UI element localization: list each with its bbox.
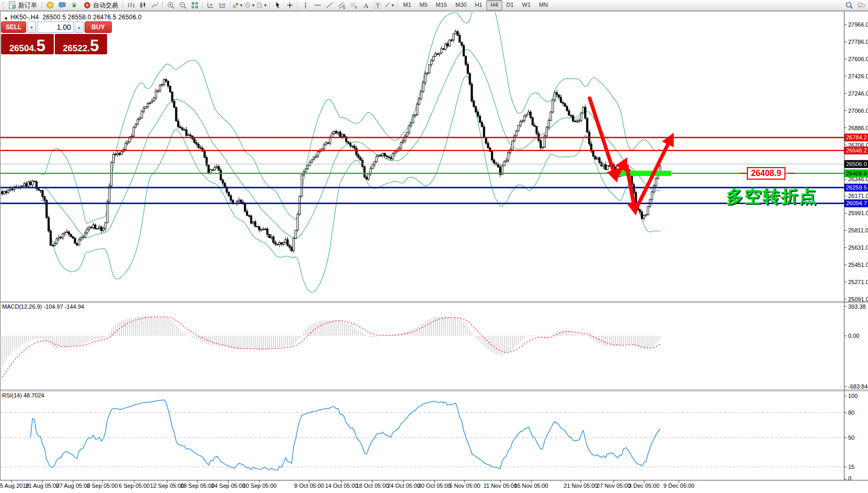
svg-text:27606.0: 27606.0 xyxy=(848,56,868,62)
volume-decrease-button[interactable]: ▼ xyxy=(27,21,36,33)
svg-text:27246.0: 27246.0 xyxy=(848,90,868,97)
svg-text:-683.84: -683.84 xyxy=(848,383,867,390)
indicators-icon[interactable]: ▼ xyxy=(232,0,244,10)
toolbar-separator xyxy=(230,2,230,9)
svg-text:25631.0: 25631.0 xyxy=(848,244,868,251)
mt4-window: 27966.027786.027606.027426.027246.027066… xyxy=(0,0,868,493)
svg-text:T: T xyxy=(376,3,380,9)
sell-price-main: 26504. xyxy=(9,44,37,53)
axis-label-26408.9: 26408.9 xyxy=(844,169,868,177)
svg-text:25811.0: 25811.0 xyxy=(848,227,868,233)
timeframe-MN-button[interactable]: MN xyxy=(535,0,552,10)
svg-text:26886.0: 26886.0 xyxy=(848,125,868,131)
turning-point-annotation[interactable]: 多空转折点 xyxy=(726,185,817,208)
bar-chart-icon[interactable] xyxy=(125,0,137,10)
axis-label-26784.2: 26784.2 xyxy=(844,134,868,142)
horizontal-line-icon[interactable] xyxy=(311,0,323,10)
chart-canvas[interactable]: 27966.027786.027606.027426.027246.027066… xyxy=(0,0,868,493)
buy-button[interactable]: BUY xyxy=(85,21,112,33)
svg-text:0.00: 0.00 xyxy=(848,333,859,339)
new-order-button[interactable]: 新订单 xyxy=(5,0,40,10)
ohlc-values: 26500.5 26558.0 26476.5 26506.0 xyxy=(42,14,142,21)
svg-text:27 Aug 05:00: 27 Aug 05:00 xyxy=(56,483,90,489)
chat-icon[interactable] xyxy=(855,0,867,10)
zoom-out-icon[interactable] xyxy=(177,0,189,10)
arrows-icon[interactable]: ▼ xyxy=(383,0,395,10)
timeframe-M5-button[interactable]: M5 xyxy=(415,0,431,10)
toolbar-separator xyxy=(42,2,42,9)
svg-text:3 Dec 05:00: 3 Dec 05:00 xyxy=(628,483,659,489)
svg-text:50: 50 xyxy=(848,435,854,441)
candlestick-chart-icon[interactable] xyxy=(137,0,149,10)
svg-text:2 Sep 05:00: 2 Sep 05:00 xyxy=(87,483,118,489)
contacts-icon[interactable] xyxy=(56,0,68,10)
fibonacci-icon[interactable]: F xyxy=(347,0,359,10)
svg-text:6 Sep 05:00: 6 Sep 05:00 xyxy=(119,483,149,489)
buy-price-big-digit: 5 xyxy=(90,40,99,53)
svg-text:A: A xyxy=(363,2,369,9)
svg-text:18 Sep 05:00: 18 Sep 05:00 xyxy=(180,483,214,489)
svg-text:5 Nov 05:00: 5 Nov 05:00 xyxy=(449,483,480,489)
svg-text:26784.2: 26784.2 xyxy=(846,134,867,140)
search-icon[interactable] xyxy=(843,0,855,10)
price-callout-box[interactable]: 26408.9 xyxy=(747,167,785,180)
vertical-line-icon[interactable] xyxy=(299,0,311,10)
svg-text:100: 100 xyxy=(848,393,858,399)
auto-scroll-icon[interactable] xyxy=(204,0,216,10)
volume-increase-button[interactable]: ▲ xyxy=(75,21,84,33)
svg-text:E: E xyxy=(343,6,346,9)
timeframe-W1-button[interactable]: W1 xyxy=(518,0,535,10)
signals-icon[interactable] xyxy=(68,0,80,10)
svg-text:393.38: 393.38 xyxy=(848,303,866,310)
text-label-icon[interactable]: T xyxy=(371,0,383,10)
tile-windows-icon[interactable] xyxy=(189,0,201,10)
periods-icon[interactable]: ▼ xyxy=(244,0,256,10)
symbol-ohlc-header: ▲HK50-,H4 26500.5 26558.0 26476.5 26506.… xyxy=(4,14,142,21)
svg-text:27 Nov 05:00: 27 Nov 05:00 xyxy=(596,483,630,489)
collapse-panel-icon[interactable]: ▲ xyxy=(4,15,8,20)
svg-text:27426.0: 27426.0 xyxy=(848,73,868,79)
templates-icon[interactable]: ▼ xyxy=(256,0,268,10)
main-toolbar: 新订单自动交易▼▼▼EFAT▼M1M5M15M30H1H4D1W1MN xyxy=(0,0,868,11)
svg-text:26259.5: 26259.5 xyxy=(846,184,867,191)
community-icon[interactable] xyxy=(44,0,56,10)
toolbar-separator xyxy=(202,2,203,9)
buy-price-display[interactable]: 26522.5 xyxy=(55,34,108,54)
timeframe-D1-button[interactable]: D1 xyxy=(502,0,518,10)
timeframe-M1-button[interactable]: M1 xyxy=(399,0,415,10)
svg-text:26506.0: 26506.0 xyxy=(846,161,867,167)
timeframe-M30-button[interactable]: M30 xyxy=(451,0,471,10)
timeframe-H1-button[interactable]: H1 xyxy=(471,0,486,10)
cursor-icon[interactable] xyxy=(272,0,284,10)
toolbar-separator xyxy=(162,2,163,9)
macd-indicator-label: MACD(12,26,9) -104.97 -144.94 xyxy=(2,303,84,310)
symbol-name: HK50-,H4 xyxy=(10,14,39,21)
buy-price-main: 26522. xyxy=(63,44,90,53)
timeframe-M15-button[interactable]: M15 xyxy=(432,0,451,10)
toolbar-grip[interactable] xyxy=(2,2,4,9)
svg-text:24 Sep 05:00: 24 Sep 05:00 xyxy=(211,483,245,489)
autotrading-button[interactable]: 自动交易 xyxy=(80,0,121,10)
line-chart-icon[interactable] xyxy=(149,0,161,10)
svg-text:27786.0: 27786.0 xyxy=(848,39,868,45)
svg-text:30 Sep 05:00: 30 Sep 05:00 xyxy=(242,483,276,489)
toolbar-separator xyxy=(397,2,397,9)
sell-button[interactable]: SELL xyxy=(1,21,26,33)
svg-text:26171.0: 26171.0 xyxy=(848,193,868,199)
volume-input[interactable] xyxy=(37,21,74,33)
svg-text:8 Oct 05:00: 8 Oct 05:00 xyxy=(295,483,324,489)
chart-shift-icon[interactable] xyxy=(216,0,228,10)
svg-text:24 Oct 05:00: 24 Oct 05:00 xyxy=(388,483,420,489)
sell-price-display[interactable]: 26504.5 xyxy=(1,34,54,54)
axis-label-26094.7: 26094.7 xyxy=(844,199,868,207)
svg-text:25091.0: 25091.0 xyxy=(848,296,868,302)
crosshair-icon[interactable] xyxy=(284,0,296,10)
timeframe-H4-button[interactable]: H4 xyxy=(486,0,502,10)
svg-text:26094.7: 26094.7 xyxy=(846,200,867,206)
text-icon[interactable]: A xyxy=(359,0,371,10)
equidistant-channel-icon[interactable]: E xyxy=(335,0,347,10)
svg-text:14 Oct 05:00: 14 Oct 05:00 xyxy=(325,483,358,489)
toolbar-separator xyxy=(297,2,298,9)
zoom-in-icon[interactable] xyxy=(165,0,177,10)
trendline-icon[interactable] xyxy=(323,0,335,10)
